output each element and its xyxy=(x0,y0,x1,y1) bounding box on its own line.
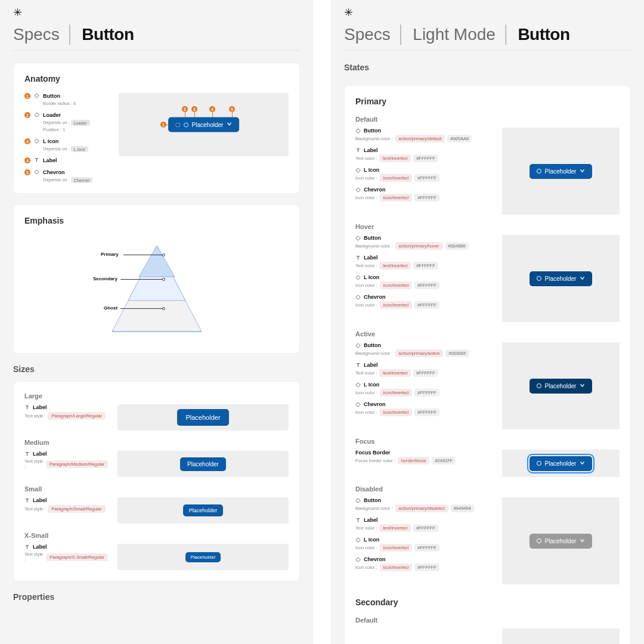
diamond-icon xyxy=(34,138,39,144)
size-row-xsmall: X-Small Label Text style :Paragraph/X-Sm… xyxy=(24,532,289,570)
size-swatch: Placeholder xyxy=(117,497,289,524)
spec-row-name: Button xyxy=(364,128,381,134)
page-title-right: Specs │ Light Mode │ Button xyxy=(344,25,631,44)
left-page: ✳ Specs │ Button Anatomy 1 Button Border… xyxy=(0,0,313,644)
size-meta-label: Label xyxy=(33,544,47,550)
spec-row: Button Background color :action/primary/… xyxy=(355,128,493,143)
token-chip: icon/inverted xyxy=(380,194,413,202)
breadcrumb-sep-icon: │ xyxy=(397,25,407,44)
size-meta-label: Label xyxy=(33,451,47,457)
state-swatch xyxy=(502,628,620,644)
anatomy-number-badge-icon: 1 xyxy=(24,93,30,99)
spec-row: Button Background color :action/primary/… xyxy=(355,497,493,512)
token-chip: icon/inverted xyxy=(380,174,413,182)
state-swatch: Placeholder xyxy=(502,450,620,477)
state-title-active: Active xyxy=(355,330,620,338)
primary-heading: Primary xyxy=(355,97,620,106)
diamond-icon xyxy=(355,382,361,388)
hex-chip: #949494 xyxy=(451,504,474,512)
leading-icon xyxy=(184,122,188,127)
anatomy-item: 2 Loader Depends on : Loader Position : … xyxy=(24,112,108,132)
state-button-hover[interactable]: Placeholder xyxy=(530,271,593,286)
diamond-icon xyxy=(34,112,39,117)
state-title-default: Default xyxy=(355,116,620,123)
diamond-icon xyxy=(355,402,361,407)
leading-icon xyxy=(537,461,541,466)
anatomy-card: Anatomy 1 Button Border radius : 6 2 xyxy=(13,63,300,194)
spec-row: Chevron Icon color :icon/inverted#FFFFFF xyxy=(355,294,493,309)
spec-row-name: Button xyxy=(364,342,381,348)
anatomy-item-name: L Icon xyxy=(43,138,58,144)
size-demo-button[interactable]: Placeholder xyxy=(180,457,226,471)
text-icon xyxy=(355,363,361,368)
text-icon xyxy=(24,498,30,503)
size-demo-button[interactable]: Placeholder xyxy=(185,552,220,562)
size-demo-button[interactable]: Placeholder xyxy=(183,504,224,516)
size-swatch: Placeholder xyxy=(117,404,289,431)
breadcrumb-mode: Light Mode xyxy=(413,25,496,44)
diamond-icon xyxy=(355,275,361,280)
spec-row-name: Chevron xyxy=(364,401,386,407)
spec-row: L Icon Icon color :icon/inverted#FFFFFF xyxy=(355,167,493,182)
hex-chip: #FFFFFF xyxy=(414,389,439,397)
token-chip: text/inverted xyxy=(379,262,411,270)
spec-row-name: Label xyxy=(364,255,378,261)
diamond-icon xyxy=(34,93,39,98)
divider xyxy=(13,50,300,51)
anatomy-number-badge-icon: 3 xyxy=(24,138,30,144)
svg-marker-2 xyxy=(139,246,175,277)
breadcrumb-specs: Specs xyxy=(13,25,60,44)
chevron-down-icon xyxy=(580,383,585,389)
size-demo-button[interactable]: Placeholder xyxy=(177,409,228,426)
primary-states-card: Primary Default Button Background color … xyxy=(344,85,631,644)
page-title-left: Specs │ Button xyxy=(13,25,300,44)
anatomy-heading: Anatomy xyxy=(24,74,289,83)
token-chip: icon/inverted xyxy=(380,281,413,289)
state-button-default[interactable]: Placeholder xyxy=(530,164,593,179)
spec-row: Chevron Icon color :icon/inverted#FFFFFF xyxy=(355,187,493,202)
state-swatch: Placeholder xyxy=(502,497,620,584)
size-swatch: Placeholder xyxy=(117,544,289,570)
spec-row-name: Label xyxy=(364,517,378,523)
token-chip: Paragraph/Large/Regular xyxy=(48,412,106,420)
logo-icon: ✳ xyxy=(344,7,631,18)
state-title-hover: Hover xyxy=(355,223,620,230)
state-meta-disabled: Button Background color :action/primary/… xyxy=(355,497,493,576)
spec-row: L Icon Icon color :icon/inverted#FFFFFF xyxy=(355,382,493,397)
chevron-down-icon xyxy=(227,122,232,128)
anatomy-item-name: Button xyxy=(43,93,60,99)
token-chip: Paragraph/Small/Regular xyxy=(48,505,105,513)
size-swatch: Placeholder xyxy=(117,451,289,477)
anatomy-item-name: Label xyxy=(43,157,57,163)
properties-heading: Properties xyxy=(13,592,300,602)
state-button-focus[interactable]: Placeholder xyxy=(530,456,593,471)
spec-row-name: L Icon xyxy=(364,167,379,173)
anatomy-item: 1 Button Border radius : 6 xyxy=(24,93,108,106)
size-title: Medium xyxy=(24,439,289,446)
logo-icon: ✳ xyxy=(13,7,300,18)
button-label: Placeholder xyxy=(192,122,224,128)
anatomy-number-badge-icon: 4 xyxy=(24,157,30,163)
token-chip: action/primary/active xyxy=(395,349,444,357)
size-row-large: Large Label Text style :Paragraph/Large/… xyxy=(24,392,289,431)
anatomy-sample-button[interactable]: Placeholder xyxy=(168,117,240,132)
hex-chip: #FFFFFF xyxy=(413,262,438,270)
chevron-down-icon xyxy=(580,168,585,175)
state-button-active[interactable]: Placeholder xyxy=(530,379,593,394)
hex-chip: #FFFFFF xyxy=(414,544,439,552)
leading-icon xyxy=(537,276,541,281)
diamond-icon xyxy=(355,187,361,193)
text-icon xyxy=(355,518,361,523)
size-title: Large xyxy=(24,392,289,400)
diamond-icon xyxy=(355,537,361,543)
token-chip: text/inverted xyxy=(379,154,411,162)
token-chip: action/primary/default xyxy=(395,135,445,143)
hex-chip: #FFFFFF xyxy=(414,301,439,309)
text-icon xyxy=(34,157,39,163)
text-icon xyxy=(24,405,30,410)
chevron-down-icon xyxy=(580,275,585,282)
text-icon xyxy=(355,255,361,261)
state-button-disabled: Placeholder xyxy=(530,534,593,549)
state-meta-active: Button Background color :action/primary/… xyxy=(355,342,493,421)
spec-row-name: L Icon xyxy=(364,537,379,543)
